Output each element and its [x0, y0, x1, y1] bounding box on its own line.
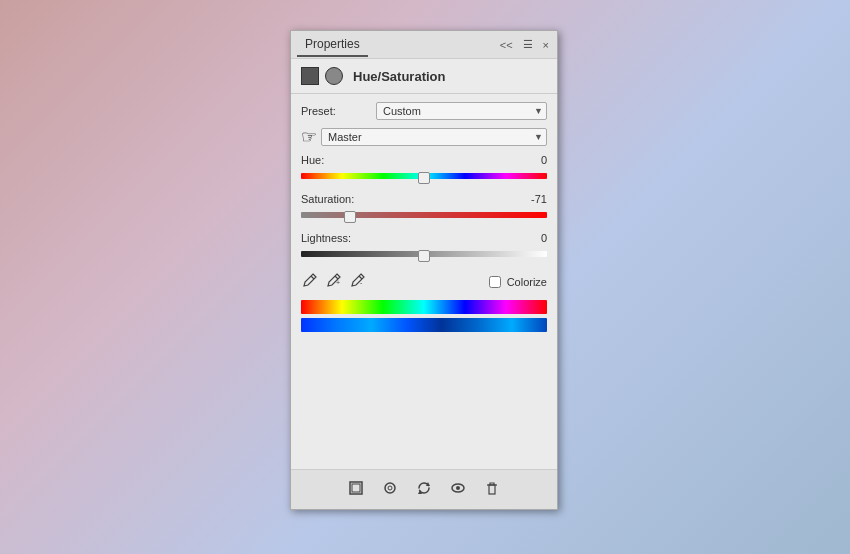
hue-thumb[interactable]	[418, 172, 430, 184]
preset-select-wrapper: Custom Default Strong Saturation Increas…	[376, 102, 547, 120]
saturation-label: Saturation:	[301, 193, 354, 205]
panel-close-button[interactable]: ×	[541, 37, 551, 53]
spectrum-rainbow-bar	[301, 300, 547, 314]
saturation-value: -71	[517, 193, 547, 205]
preset-label: Preset:	[301, 105, 376, 117]
clip-to-layer-button[interactable]	[344, 478, 368, 501]
properties-panel: Properties << ☰ × Hue/Saturation Preset:…	[290, 30, 558, 510]
saturation-bar	[301, 212, 547, 218]
hue-slider-row: Hue: 0	[301, 154, 547, 183]
svg-point-4	[385, 483, 395, 493]
channel-select[interactable]: Master Reds Yellows Greens Cyans Blues M…	[321, 128, 547, 146]
svg-point-9	[456, 486, 460, 490]
svg-text:+: +	[336, 279, 340, 286]
hue-slider-track[interactable]	[301, 169, 547, 183]
sample-eyedropper-button[interactable]	[301, 271, 319, 292]
channel-row: ☞ Master Reds Yellows Greens Cyans Blues…	[301, 126, 547, 148]
hue-label: Hue:	[301, 154, 324, 166]
lightness-slider-header: Lightness: 0	[301, 232, 547, 244]
lightness-label: Lightness:	[301, 232, 351, 244]
lightness-slider-track[interactable]	[301, 247, 547, 261]
spectrum-blue-bar	[301, 318, 547, 332]
subtract-sample-eyedropper-button[interactable]: -	[349, 271, 367, 292]
hue-value: 0	[517, 154, 547, 166]
panel-menu-button[interactable]: ☰	[521, 36, 535, 53]
view-previous-button[interactable]	[378, 478, 402, 501]
channel-select-wrapper: Master Reds Yellows Greens Cyans Blues M…	[321, 128, 547, 146]
svg-point-5	[388, 486, 392, 490]
saturation-slider-row: Saturation: -71	[301, 193, 547, 222]
lightness-thumb[interactable]	[418, 250, 430, 262]
panel-header-icon	[301, 67, 345, 85]
hand-tool-icon[interactable]: ☞	[301, 126, 317, 148]
visibility-button[interactable]	[446, 478, 470, 501]
mask-icon	[325, 67, 343, 85]
panel-title: Hue/Saturation	[353, 69, 445, 84]
saturation-slider-header: Saturation: -71	[301, 193, 547, 205]
svg-rect-10	[489, 485, 495, 494]
preset-row: Preset: Custom Default Strong Saturation…	[301, 102, 547, 120]
svg-text:-: -	[360, 279, 363, 286]
lightness-slider-row: Lightness: 0	[301, 232, 547, 261]
panel-tabs: Properties	[297, 33, 368, 57]
adjustment-layer-icon	[301, 67, 319, 85]
panel-titlebar-right: << ☰ ×	[498, 36, 551, 53]
lightness-value: 0	[517, 232, 547, 244]
panel-footer	[291, 469, 557, 509]
tab-properties[interactable]: Properties	[297, 33, 368, 57]
panel-collapse-button[interactable]: <<	[498, 37, 515, 53]
panel-body: Preset: Custom Default Strong Saturation…	[291, 94, 557, 469]
color-spectrum-section	[301, 300, 547, 332]
saturation-slider-track[interactable]	[301, 208, 547, 222]
add-sample-eyedropper-button[interactable]: +	[325, 271, 343, 292]
panel-header: Hue/Saturation	[291, 59, 557, 94]
reset-button[interactable]	[412, 478, 436, 501]
svg-rect-3	[352, 484, 360, 492]
panel-titlebar: Properties << ☰ ×	[291, 31, 557, 59]
preset-select[interactable]: Custom Default Strong Saturation Increas…	[376, 102, 547, 120]
eyedropper-colorize-row: + - Colorize	[301, 271, 547, 292]
delete-button[interactable]	[480, 478, 504, 501]
saturation-thumb[interactable]	[344, 211, 356, 223]
colorize-label[interactable]: Colorize	[507, 276, 547, 288]
hue-slider-header: Hue: 0	[301, 154, 547, 166]
colorize-checkbox[interactable]	[489, 276, 501, 288]
